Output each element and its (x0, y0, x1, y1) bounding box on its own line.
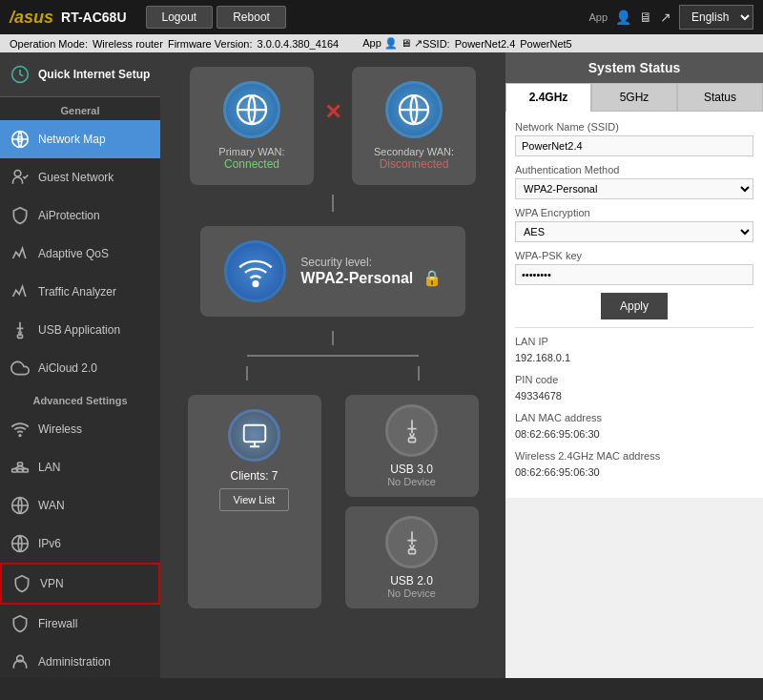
wan-label: WAN (38, 499, 65, 512)
ssid2-link[interactable]: PowerNet5 (520, 38, 571, 50)
sidebar-item-usb-application[interactable]: USB Application (0, 311, 160, 349)
router-section: Security level: WPA2-Personal 🔒 (175, 226, 491, 317)
router-box: Security level: WPA2-Personal 🔒 (200, 226, 464, 317)
wan-icon (10, 495, 31, 516)
auth-method-field: Authentication Method WPA2-Personal (515, 164, 753, 199)
aiprotection-icon (10, 205, 31, 226)
sidebar-item-ipv6[interactable]: IPv6 (0, 525, 160, 563)
divider (515, 327, 753, 328)
usb30-status: No Device (360, 476, 464, 487)
administration-label: Administration (38, 655, 111, 669)
system-status-title: System Status (505, 52, 763, 83)
sidebar-item-lan[interactable]: LAN (0, 448, 160, 486)
display-icon[interactable]: 🖥 (639, 10, 652, 25)
network-name-input[interactable] (515, 135, 753, 156)
usb20-box: USB 2.0 No Device (345, 506, 479, 608)
sidebar-item-wireless[interactable]: Wireless (0, 410, 160, 448)
sidebar-item-network-map[interactable]: Network Map (0, 120, 160, 158)
secondary-wan-box: Secondary WAN: Disconnected (352, 67, 476, 185)
sidebar-item-firewall[interactable]: Firewall (0, 605, 160, 643)
sidebar-item-adaptive-qos[interactable]: Adaptive QoS (0, 235, 160, 273)
firmware-link[interactable]: 3.0.0.4.380_4164 (258, 38, 340, 50)
traffic-analyzer-icon (10, 281, 31, 302)
sidebar-item-vpn[interactable]: VPN (0, 563, 160, 605)
app-icons: App 👤 🖥 ↗ (362, 37, 423, 50)
ssid1-link[interactable]: PowerNet2.4 (455, 38, 516, 50)
user-icon[interactable]: 👤 (615, 10, 631, 25)
header-buttons: Logout Reboot (146, 6, 286, 29)
lan-mac-value: 08:62:66:95:06:30 (515, 425, 753, 443)
primary-wan-icon (223, 81, 280, 138)
usb30-icon (385, 404, 438, 457)
sidebar-item-traffic-analyzer[interactable]: Traffic Analyzer (0, 273, 160, 311)
usb20-icon (385, 516, 438, 568)
usb-application-icon (10, 319, 31, 340)
ssid-label: SSID: (423, 38, 450, 50)
language-select[interactable]: English (679, 5, 753, 30)
lan-ip-field: LAN IP 192.168.0.1 (515, 336, 753, 366)
clients-count: 7 (272, 469, 278, 483)
auth-method-label: Authentication Method (515, 164, 753, 175)
share-icon[interactable]: ↗ (660, 10, 671, 25)
header-right: App 👤 🖥 ↗ English (588, 5, 753, 30)
aes-select[interactable]: AES (515, 221, 753, 242)
wireless-mac-label: Wireless 2.4GHz MAC address (515, 450, 753, 462)
usb30-label: USB 3.0 (360, 463, 464, 476)
reboot-button[interactable]: Reboot (217, 6, 286, 29)
tab-2-4ghz[interactable]: 2.4GHz (505, 83, 591, 112)
sidebar-item-guest-network[interactable]: Guest Network (0, 158, 160, 196)
router-security: Security level: WPA2-Personal 🔒 (300, 256, 441, 287)
sidebar-item-aiprotection[interactable]: AiProtection (0, 196, 160, 235)
clients-icon (228, 409, 280, 462)
lan-ip-value: 192.168.0.1 (515, 349, 753, 366)
right-panel: System Status 2.4GHz 5GHz Status Network… (505, 52, 763, 678)
model-name: RT-AC68U (61, 10, 126, 25)
network-map-label: Network Map (38, 133, 106, 146)
guest-network-icon (10, 167, 31, 188)
usb20-label: USB 2.0 (360, 574, 464, 587)
tab-status[interactable]: Status (677, 83, 763, 112)
lan-mac-label: LAN MAC address (515, 412, 753, 423)
pin-value: 49334678 (515, 387, 753, 404)
wireless-mac-value: 08:62:66:95:06:30 (515, 463, 753, 481)
branch-connectors (175, 366, 491, 381)
pin-label: PIN code (515, 374, 753, 385)
guest-network-label: Guest Network (38, 171, 113, 184)
secondary-wan-status: Disconnected (371, 157, 457, 171)
sidebar-item-aicloud[interactable]: AiCloud 2.0 (0, 349, 160, 387)
logout-button[interactable]: Logout (146, 6, 214, 29)
secondary-wan-label: Secondary WAN: (371, 146, 457, 157)
view-list-button[interactable]: View List (219, 488, 290, 511)
svg-rect-7 (23, 469, 28, 472)
wpa-psk-label: WPA-PSK key (515, 250, 753, 261)
disconnect-x-icon: ✕ (324, 100, 341, 125)
status-content: Network Name (SSID) Authentication Metho… (505, 112, 763, 498)
firewall-label: Firewall (38, 617, 77, 630)
operation-mode-link[interactable]: Wireless router (93, 38, 163, 50)
apply-button[interactable]: Apply (601, 293, 668, 319)
lan-label: LAN (38, 461, 60, 474)
primary-wan-box: Primary WAN: Connected (190, 67, 314, 185)
auth-method-select[interactable]: WPA2-Personal (515, 178, 753, 199)
sidebar-item-quick-setup[interactable]: Quick Internet Setup (0, 52, 160, 97)
administration-icon (10, 651, 31, 672)
tab-5ghz[interactable]: 5GHz (591, 83, 677, 112)
wpa-psk-input[interactable] (515, 264, 753, 285)
network-map: Primary WAN: Connected ✕ Secondary WAN: … (160, 52, 505, 623)
secondary-wan-icon (385, 81, 443, 138)
sidebar-item-wan[interactable]: WAN (0, 486, 160, 525)
traffic-analyzer-label: Traffic Analyzer (38, 285, 116, 299)
app-label: App (588, 11, 608, 23)
network-name-label: Network Name (SSID) (515, 121, 753, 133)
status-tabs: 2.4GHz 5GHz Status (505, 83, 763, 112)
sidebar-item-administration[interactable]: Administration (0, 643, 160, 678)
usb-application-label: USB Application (38, 323, 120, 337)
security-label: Security level: (300, 256, 441, 269)
main-content: Primary WAN: Connected ✕ Secondary WAN: … (160, 52, 505, 678)
vpn-label: VPN (40, 577, 64, 590)
firmware-label: Firmware Version: (168, 38, 253, 50)
bottom-row: Clients: 7 View List (175, 395, 491, 608)
ipv6-icon (10, 533, 31, 554)
svg-rect-6 (18, 469, 23, 472)
wireless-label: Wireless (38, 422, 82, 436)
